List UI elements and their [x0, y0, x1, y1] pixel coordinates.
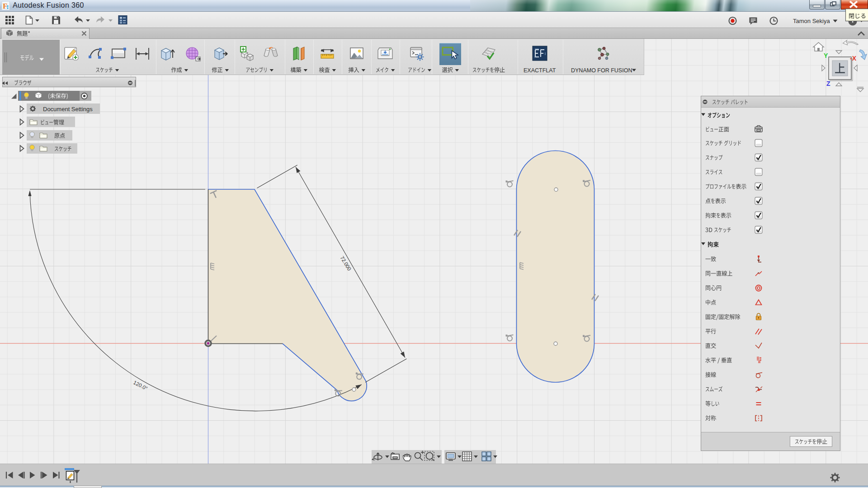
svg-text:Y: Y [824, 52, 828, 59]
svg-text:-X: -X [850, 55, 857, 62]
svg-text:F: F [3, 2, 7, 10]
svg-text:Z: Z [826, 80, 830, 87]
